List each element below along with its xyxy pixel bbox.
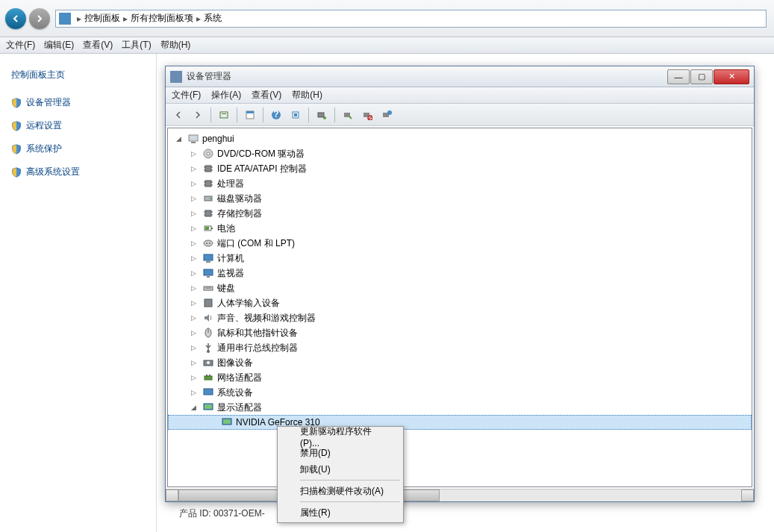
- tb-refresh-button[interactable]: [287, 107, 304, 123]
- sidebar-link-advanced[interactable]: 高级系统设置: [11, 166, 145, 178]
- nav-forward-button[interactable]: [29, 8, 50, 29]
- tree-node[interactable]: ▷ 鼠标和其他指针设备: [168, 325, 752, 340]
- close-button[interactable]: ✕: [714, 69, 749, 84]
- sidebar-link-device-manager[interactable]: 设备管理器: [11, 96, 145, 109]
- expand-icon[interactable]: ▷: [189, 179, 198, 188]
- ctx-uninstall[interactable]: 卸载(U): [279, 461, 402, 478]
- tree-root[interactable]: ◢ penghui: [168, 131, 752, 146]
- horizontal-scrollbar[interactable]: [166, 489, 754, 501]
- sidebar-link-protection[interactable]: 系统保护: [11, 143, 145, 155]
- expand-icon[interactable]: ▷: [189, 298, 198, 307]
- tb-help-button[interactable]: ?: [268, 107, 284, 123]
- expand-icon[interactable]: ▷: [189, 224, 198, 233]
- tree-node[interactable]: ▷ 键盘: [168, 281, 752, 295]
- tree-node[interactable]: ▷ 图像设备: [168, 355, 752, 370]
- svg-rect-43: [204, 254, 213, 260]
- expand-icon[interactable]: ▷: [189, 284, 198, 292]
- ctx-update-driver[interactable]: 更新驱动程序软件(P)...: [279, 428, 402, 445]
- svg-point-19: [207, 152, 210, 155]
- tb-enable-button[interactable]: [340, 107, 356, 123]
- tree-leaf-selected[interactable]: NVIDIA GeForce 310: [168, 415, 752, 430]
- svg-rect-20: [205, 166, 211, 172]
- menu-tools[interactable]: 工具(T): [122, 39, 151, 51]
- menu-view[interactable]: 查看(V): [83, 39, 113, 51]
- dm-titlebar[interactable]: 设备管理器 — ▢ ✕: [166, 66, 754, 87]
- expand-icon[interactable]: ▷: [189, 209, 198, 218]
- expand-icon[interactable]: ▷: [189, 328, 198, 337]
- tree-node[interactable]: ▷ DVD/CD-ROM 驱动器: [168, 146, 752, 161]
- expand-icon[interactable]: ▷: [189, 373, 198, 382]
- collapse-icon[interactable]: ◢: [174, 134, 183, 143]
- tree-node[interactable]: ▷ 系统设备: [168, 385, 752, 400]
- svg-point-42: [209, 242, 210, 244]
- minimize-button[interactable]: —: [667, 69, 690, 84]
- tb-forward-button[interactable]: [190, 107, 206, 123]
- sidebar-link-label: 高级系统设置: [26, 166, 80, 178]
- tb-scan-button[interactable]: [313, 107, 330, 123]
- expand-icon[interactable]: ▷: [189, 358, 198, 367]
- nav-back-button[interactable]: [5, 8, 26, 29]
- tb-up-button[interactable]: [216, 107, 232, 123]
- expand-icon[interactable]: ▷: [189, 254, 198, 263]
- tree-node[interactable]: ▷ 磁盘驱动器: [168, 191, 752, 206]
- dm-title: 设备管理器: [187, 70, 667, 83]
- expand-icon[interactable]: ▷: [189, 164, 198, 173]
- device-category-icon: [202, 178, 214, 190]
- expand-icon[interactable]: ▷: [189, 269, 198, 278]
- tb-back-button[interactable]: [170, 107, 187, 123]
- ctx-properties[interactable]: 属性(R): [279, 504, 402, 521]
- dm-menu-action[interactable]: 操作(A): [211, 89, 241, 101]
- svg-point-40: [204, 240, 213, 246]
- svg-rect-3: [246, 111, 254, 113]
- device-tree[interactable]: ◢ penghui ▷ DVD/CD-ROM 驱动器 ▷ IDE ATA/ATA…: [167, 128, 752, 487]
- tree-node[interactable]: ▷ 计算机: [168, 251, 752, 266]
- ctx-scan-hardware[interactable]: 扫描检测硬件改动(A): [279, 483, 402, 499]
- tb-disable-button[interactable]: [359, 107, 375, 123]
- menu-edit[interactable]: 编辑(E): [44, 39, 74, 51]
- sidebar-link-label: 设备管理器: [26, 96, 71, 109]
- expand-icon[interactable]: ▷: [189, 343, 198, 352]
- svg-text:?: ?: [273, 110, 278, 119]
- tree-node[interactable]: ▷ 电池: [168, 221, 752, 236]
- tree-node[interactable]: ▷ 监视器: [168, 266, 752, 281]
- breadcrumb-segment[interactable]: 所有控制面板项: [131, 12, 193, 25]
- expand-icon[interactable]: ▷: [189, 194, 198, 203]
- menu-help[interactable]: 帮助(H): [160, 39, 191, 51]
- tree-node[interactable]: ▷ 处理器: [168, 176, 752, 191]
- sidebar-home-link[interactable]: 控制面板主页: [11, 69, 145, 81]
- dm-menu-help[interactable]: 帮助(H): [292, 89, 322, 101]
- svg-rect-62: [223, 419, 231, 424]
- tb-uninstall-button[interactable]: [378, 107, 395, 123]
- tree-label: IDE ATA/ATAPI 控制器: [217, 163, 307, 175]
- tree-node[interactable]: ▷ IDE ATA/ATAPI 控制器: [168, 161, 752, 176]
- device-category-icon: [202, 193, 214, 204]
- scroll-left-button[interactable]: [166, 489, 178, 501]
- expand-icon[interactable]: ▷: [189, 313, 198, 322]
- tree-node[interactable]: ▷ 人体学输入设备: [168, 295, 752, 310]
- dm-toolbar: ?: [166, 104, 754, 126]
- main-menu-bar: 文件(F) 编辑(E) 查看(V) 工具(T) 帮助(H): [0, 37, 774, 54]
- breadcrumb-segment[interactable]: 系统: [204, 12, 222, 25]
- tree-node[interactable]: ▷ 通用串行总线控制器: [168, 340, 752, 355]
- breadcrumb-segment[interactable]: 控制面板: [84, 12, 120, 25]
- expand-icon[interactable]: ▷: [189, 388, 198, 397]
- address-bar[interactable]: ▸ 控制面板 ▸ 所有控制面板项 ▸ 系统: [55, 10, 767, 28]
- collapse-icon[interactable]: ◢: [189, 403, 198, 412]
- tree-node[interactable]: ▷ 声音、视频和游戏控制器: [168, 310, 752, 325]
- tree-node[interactable]: ◢ 显示适配器: [168, 400, 752, 415]
- tree-node[interactable]: ▷ 端口 (COM 和 LPT): [168, 236, 752, 251]
- tb-properties-button[interactable]: [242, 107, 258, 123]
- expand-icon[interactable]: ▷: [189, 239, 198, 248]
- dm-menu-file[interactable]: 文件(F): [172, 89, 201, 101]
- scroll-right-button[interactable]: [741, 489, 754, 501]
- menu-file[interactable]: 文件(F): [6, 39, 35, 51]
- tree-node[interactable]: ▷ 存储控制器: [168, 206, 752, 221]
- dm-title-icon: [170, 71, 182, 83]
- svg-point-15: [387, 110, 392, 115]
- sidebar-link-remote[interactable]: 远程设置: [11, 119, 145, 132]
- expand-icon[interactable]: ▷: [189, 149, 198, 158]
- tree-node[interactable]: ▷ 网络适配器: [168, 370, 752, 385]
- device-category-icon: [202, 267, 214, 279]
- dm-menu-view[interactable]: 查看(V): [252, 89, 281, 101]
- maximize-button[interactable]: ▢: [690, 69, 713, 84]
